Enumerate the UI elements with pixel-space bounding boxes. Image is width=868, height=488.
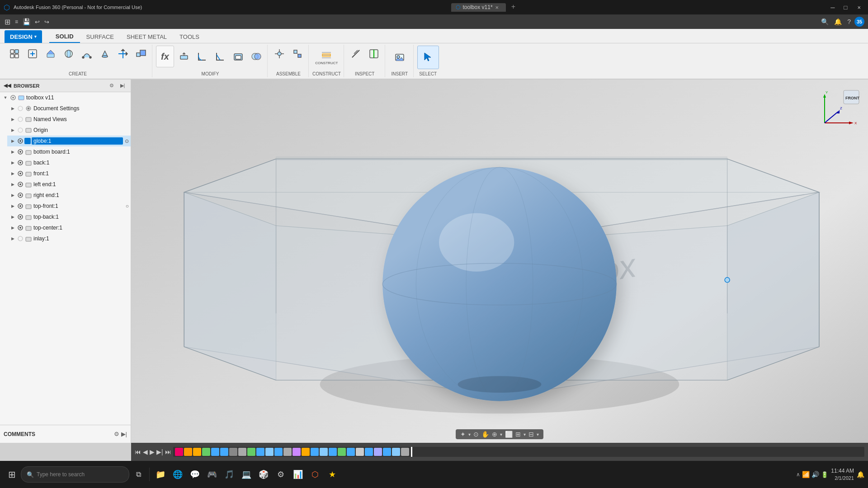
tl-prev-btn[interactable]: ◀ — [143, 448, 148, 455]
taskbar-media-icon[interactable]: 🎵 — [221, 466, 237, 483]
tree-item-top-back[interactable]: top-back:1 — [7, 211, 131, 222]
comments-expand-icon[interactable]: ▶| — [121, 431, 127, 437]
vp-display-icon[interactable]: ⊟ — [528, 431, 534, 438]
tree-item-root[interactable]: ▼ toolbox v11 — [0, 92, 131, 103]
taskbar-game-icon[interactable]: 🎮 — [204, 466, 220, 483]
globe-expand[interactable] — [9, 137, 16, 145]
undo-btn[interactable]: ↩ — [33, 18, 42, 26]
origin-expand[interactable] — [9, 127, 16, 134]
vp-pan-icon[interactable]: ✋ — [481, 431, 489, 438]
extrude-btn[interactable] — [42, 46, 59, 62]
top-back-expand[interactable] — [9, 213, 16, 221]
viewcube[interactable]: Y X Z FRONT — [820, 87, 861, 127]
push-pull-btn[interactable] — [176, 48, 192, 65]
chamfer-btn[interactable] — [212, 48, 228, 65]
tree-item-front[interactable]: front:1 — [7, 168, 131, 179]
tree-item-inlay[interactable]: inlay:1 — [7, 233, 131, 244]
select-btn[interactable] — [417, 46, 439, 69]
back-expand[interactable] — [9, 159, 16, 166]
tl-next-btn[interactable]: ▶| — [156, 448, 163, 455]
top-front-expand[interactable] — [9, 202, 16, 210]
vp-dropdown4[interactable]: ▾ — [537, 432, 539, 437]
taskbar-monitor-icon[interactable]: 💻 — [238, 466, 255, 483]
vp-zoom-icon[interactable]: ⊕ — [492, 431, 497, 438]
taskbar-search[interactable]: 🔍 Type here to search — [21, 466, 129, 483]
globe-vis[interactable] — [16, 137, 24, 145]
taskbar-store-icon[interactable]: 💬 — [187, 466, 203, 483]
timeline-track[interactable] — [173, 447, 864, 457]
left-end-expand[interactable] — [9, 181, 16, 188]
taskbar-app4-icon[interactable]: ⬡ — [307, 466, 323, 483]
move-copy-btn[interactable] — [115, 46, 131, 62]
new-tab-btn[interactable]: + — [508, 3, 519, 10]
notifications-icon[interactable]: 🔔 — [832, 17, 844, 26]
revolve-btn[interactable] — [61, 46, 77, 62]
vp-record-icon[interactable]: ⊙ — [473, 431, 479, 438]
tree-item-named-views[interactable]: Named Views — [7, 114, 131, 125]
left-end-vis[interactable] — [16, 180, 24, 188]
origin-vis[interactable] — [16, 126, 24, 134]
help-icon[interactable]: ? — [845, 17, 853, 26]
root-vis-icon[interactable] — [9, 94, 17, 102]
taskbar-chrome-icon[interactable]: 🌐 — [170, 466, 186, 483]
bottom-board-expand[interactable] — [9, 148, 16, 155]
tray-network-icon[interactable]: 📶 — [802, 471, 810, 478]
vp-snap-icon[interactable]: ✦ — [460, 431, 466, 438]
new-component-btn[interactable] — [6, 46, 23, 62]
top-center-expand[interactable] — [9, 224, 16, 231]
combine-btn[interactable] — [248, 48, 264, 65]
named-views-expand[interactable] — [9, 116, 16, 123]
tray-battery-icon[interactable]: 🔋 — [821, 471, 828, 478]
loft-btn[interactable] — [97, 46, 113, 62]
shell-btn[interactable] — [230, 48, 246, 65]
back-vis[interactable] — [16, 159, 24, 167]
right-end-vis[interactable] — [16, 191, 24, 199]
top-back-vis[interactable] — [16, 213, 24, 221]
tab-surface[interactable]: SURFACE — [80, 30, 120, 43]
minimize-btn[interactable]: ─ — [828, 3, 837, 12]
tree-item-bottom-board[interactable]: bottom board:1 — [7, 146, 131, 157]
sweep-btn[interactable] — [79, 46, 95, 62]
tree-item-globe[interactable]: globe:1 ⊙ — [7, 136, 131, 146]
taskbar-app2-icon[interactable]: ⚙ — [273, 466, 289, 483]
clock[interactable]: 11:44 AM 2/1/2021 — [831, 467, 854, 482]
vp-dropdown2[interactable]: ▾ — [500, 432, 502, 437]
tab-close-icon[interactable]: × — [495, 4, 499, 11]
tl-playhead[interactable] — [411, 447, 412, 457]
inlay-expand[interactable] — [9, 235, 16, 242]
design-dropdown-btn[interactable]: DESIGN ▾ — [5, 30, 42, 43]
as-built-joint-btn[interactable] — [289, 46, 306, 62]
tree-item-doc-settings[interactable]: Document Settings — [7, 103, 131, 114]
browser-settings-icon[interactable]: ⚙ — [107, 81, 116, 90]
tl-skip-end-btn[interactable]: ⏭ — [165, 448, 171, 455]
tray-sound-icon[interactable]: 🔊 — [811, 471, 819, 478]
redo-btn[interactable]: ↪ — [42, 18, 51, 26]
selection-point[interactable] — [725, 277, 730, 282]
bottom-board-vis[interactable] — [16, 148, 24, 156]
browser-expand-icon[interactable]: ▶| — [118, 81, 127, 90]
named-views-vis[interactable] — [16, 115, 24, 123]
taskbar-app5-icon[interactable]: ★ — [324, 466, 340, 483]
tl-play-btn[interactable]: ▶ — [150, 448, 155, 455]
tab-sheet-metal[interactable]: SHEET METAL — [120, 30, 173, 43]
tab-tools[interactable]: TOOLS — [173, 30, 206, 43]
save-btn[interactable]: 💾 — [21, 17, 32, 26]
doc-settings-expand[interactable] — [9, 105, 16, 112]
task-view-btn[interactable]: ⧉ — [130, 466, 146, 483]
top-front-vis[interactable] — [16, 202, 24, 210]
browser-collapse-icon[interactable]: ◀◀ — [4, 83, 11, 89]
tray-notification-icon[interactable]: 🔔 — [857, 471, 864, 478]
grid-menu-icon[interactable]: ⊞ — [3, 17, 12, 27]
tree-item-left-end[interactable]: left end:1 — [7, 179, 131, 190]
tl-skip-start-btn[interactable]: ⏮ — [135, 448, 141, 455]
root-expand-icon[interactable]: ▼ — [2, 94, 9, 101]
tree-item-origin[interactable]: Origin — [7, 125, 131, 136]
globe-sphere[interactable] — [382, 167, 617, 401]
search-global-icon[interactable]: 🔍 — [819, 17, 830, 26]
fillet-btn[interactable] — [194, 48, 210, 65]
maximize-btn[interactable]: □ — [841, 3, 850, 12]
section-analysis-btn[interactable] — [366, 46, 382, 62]
doc-settings-vis[interactable] — [16, 104, 24, 113]
vp-dropdown1[interactable]: ▾ — [468, 432, 471, 437]
inlay-vis[interactable] — [16, 235, 24, 243]
